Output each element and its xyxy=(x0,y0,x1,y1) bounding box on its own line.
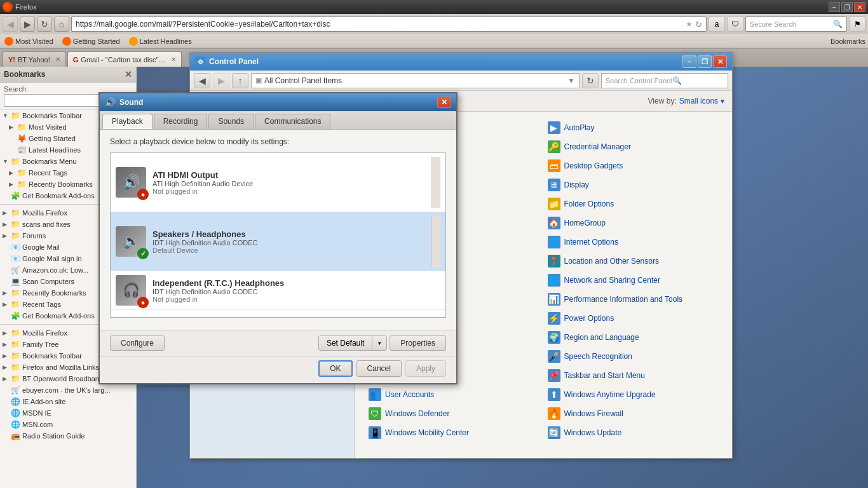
cp-icon-item[interactable]: 🌍 Region and Language xyxy=(544,328,723,347)
tab-recording[interactable]: Recording xyxy=(154,114,208,129)
sidebar-item-ie-addon[interactable]: 🌐 IE Add-on site xyxy=(0,396,136,407)
bookmark-list-icon[interactable]: ⚑ xyxy=(849,17,865,32)
expand-arrow-icon: ▶ xyxy=(9,170,15,176)
cp-window-icon: ⚙ xyxy=(195,57,205,67)
cp-icon-item[interactable]: 🗃 Desktop Gadgets xyxy=(544,156,723,175)
close-button[interactable]: ✕ xyxy=(713,55,727,68)
cp-address-bar[interactable]: ▣ All Control Panel Items ▼ xyxy=(251,73,580,88)
view-mode-arrow[interactable]: ▼ xyxy=(719,98,726,105)
cp-refresh-btn[interactable]: ↻ xyxy=(582,73,599,88)
bookmarks-btn[interactable]: Bookmarks xyxy=(831,37,865,46)
cp-address-dropdown-icon[interactable]: ▼ xyxy=(567,76,575,85)
reload-button[interactable]: ↻ xyxy=(37,17,52,32)
firefox-close-btn[interactable]: ✕ xyxy=(854,2,865,12)
device-note: Default Device xyxy=(153,247,425,254)
minimize-button[interactable]: − xyxy=(682,55,696,68)
sidebar-close-button[interactable]: ✕ xyxy=(125,69,132,79)
cp-icon-label: Power Options xyxy=(564,314,614,323)
bm-most-visited[interactable]: Most Visited xyxy=(3,36,55,46)
sidebar-item-msdn-ie[interactable]: 🌐 MSDN IE xyxy=(0,407,136,419)
cp-icon-image: 🌐 xyxy=(548,274,560,287)
cp-icon-item[interactable]: 📱 Windows Mobility Center xyxy=(365,423,544,442)
device-note: Not plugged in xyxy=(153,187,425,195)
set-default-button[interactable]: Set Default xyxy=(319,336,372,350)
search-icon[interactable]: 🔍 xyxy=(833,20,843,29)
firefox-restore-btn[interactable]: ❐ xyxy=(841,2,853,12)
view-mode-link[interactable]: Small icons xyxy=(679,97,718,105)
forward-button[interactable]: ▶ xyxy=(20,17,35,32)
cp-icon-item[interactable]: ⚡ Power Options xyxy=(544,309,723,328)
amazon-icon[interactable]: a xyxy=(709,17,725,32)
link-icon: 🛒 xyxy=(11,266,20,274)
configure-button[interactable]: Configure xyxy=(110,336,165,351)
cp-icon-item[interactable]: 🔥 Windows Firewall xyxy=(544,404,723,423)
device-item-speakers[interactable]: 🔈 ✓ Speakers / Headphones IDT High Defin… xyxy=(111,212,445,271)
dialog-titlebar: 🔊 Sound ✕ xyxy=(100,93,456,111)
tab-btyahoo[interactable]: Y! BT Yahoo! ✕ xyxy=(3,51,66,67)
tab-communications[interactable]: Communications xyxy=(255,114,330,129)
cp-icon-item[interactable]: 🔄 Windows Update xyxy=(544,423,723,442)
tab-gmail-close[interactable]: ✕ xyxy=(171,56,176,63)
cp-window-title: Control Panel xyxy=(209,57,682,66)
properties-button[interactable]: Properties xyxy=(390,336,446,351)
cp-icon-item[interactable]: ⬆ Windows Anytime Upgrade xyxy=(544,385,723,404)
ok-button[interactable]: OK xyxy=(318,360,352,377)
firefox-minimize-btn[interactable]: − xyxy=(829,2,840,12)
sidebar-item-ebuyer[interactable]: 🛒 ebuyer.com - the UK's larg... xyxy=(0,384,136,396)
cp-icon-item[interactable]: 🔑 Credential Manager xyxy=(544,137,723,156)
apply-button[interactable]: Apply xyxy=(405,360,446,377)
cp-back-btn[interactable]: ◀ xyxy=(194,73,210,88)
cp-icon-label: Display xyxy=(564,180,589,189)
device-list-scrollbar[interactable] xyxy=(431,157,440,208)
cp-icon-item[interactable]: 🖥 Display xyxy=(544,175,723,194)
device-item-headphones[interactable]: 🎧 ● Independent (R.T.C.) Headphones IDT … xyxy=(111,271,445,310)
dialog-instruction: Select a playback device below to modify… xyxy=(110,137,446,146)
cp-search-icon[interactable]: 🔍 xyxy=(672,76,682,85)
cp-icon-item[interactable]: 🛡 Windows Defender xyxy=(365,404,544,423)
cp-icon-item[interactable]: 🌐 Internet Options xyxy=(544,233,723,252)
cp-up-btn[interactable]: ↑ xyxy=(232,73,248,88)
dialog-close-button[interactable]: ✕ xyxy=(437,97,451,108)
cp-icon-item[interactable]: 🎤 Speech Recognition xyxy=(544,347,723,366)
device-scroll-area[interactable] xyxy=(431,216,440,267)
maximize-button[interactable]: ❐ xyxy=(698,55,712,68)
back-button[interactable]: ◀ xyxy=(3,17,18,32)
cp-icon-item[interactable]: 🌐 Network and Sharing Center xyxy=(544,271,723,290)
right-btn-group: Set Default ▼ Properties xyxy=(318,336,446,351)
tab-playback[interactable]: Playback xyxy=(102,114,153,129)
folder-icon: 📁 xyxy=(11,111,20,120)
bookmark-star-icon[interactable]: ★ xyxy=(683,20,695,29)
sidebar-item-msn[interactable]: 🌐 MSN.com xyxy=(0,419,136,430)
search-bar[interactable]: Secure Search 🔍 xyxy=(745,17,847,32)
bm-getting-started[interactable]: Getting Started xyxy=(60,36,122,46)
device-sub: IDT High Definition Audio CODEC xyxy=(153,288,440,295)
cp-icon-item[interactable]: 📌 Taskbar and Start Menu xyxy=(544,366,723,385)
cp-forward-btn[interactable]: ▶ xyxy=(213,73,229,88)
cp-icon-image: ⚡ xyxy=(548,312,560,325)
cp-icon-item[interactable]: ▶ AutoPlay xyxy=(544,118,723,137)
configure-btn-group: Configure xyxy=(110,336,165,351)
cp-icon-item[interactable]: 📁 Folder Options xyxy=(544,194,723,214)
cancel-button[interactable]: Cancel xyxy=(356,360,402,377)
sidebar-item-radio-guide[interactable]: 📻 Radio Station Guide xyxy=(0,430,136,442)
reload-icon[interactable]: ↻ xyxy=(695,20,702,29)
cp-icon-item[interactable]: 🏠 HomeGroup xyxy=(544,214,723,233)
address-bar[interactable]: https://mail.google.com/mail/?Persistent… xyxy=(71,17,707,32)
shield-icon[interactable]: 🛡 xyxy=(727,17,743,32)
cp-icon-item[interactable]: 📍 Location and Other Sensors xyxy=(544,252,723,271)
headphones-icon: 🎧 xyxy=(123,282,140,299)
cp-icon-label: Windows Defender xyxy=(385,409,449,418)
set-default-dropdown-arrow[interactable]: ▼ xyxy=(372,336,386,350)
tab-sounds[interactable]: Sounds xyxy=(208,114,254,129)
device-item-ati[interactable]: 🔊 ● ATI HDMI Output ATI High Definition … xyxy=(111,153,445,212)
speakers-icon: 🔈 xyxy=(123,233,140,250)
cp-search-bar[interactable]: Search Control Panel 🔍 xyxy=(601,73,728,88)
bm-latest-headlines[interactable]: Latest Headlines xyxy=(127,36,194,46)
cp-icon-image: 🛡 xyxy=(369,407,381,420)
tab-btyahoo-close[interactable]: ✕ xyxy=(55,56,60,63)
cp-icon-item[interactable]: 📊 Performance Information and Tools xyxy=(544,290,723,309)
home-button[interactable]: ⌂ xyxy=(54,17,69,32)
tab-gmail[interactable]: G Gmail - "Carlton tax disc" - aiobeal@.… xyxy=(67,51,182,67)
cp-icon-item[interactable]: 👥 User Accounts xyxy=(365,385,544,404)
dialog-title: Sound xyxy=(119,98,437,107)
